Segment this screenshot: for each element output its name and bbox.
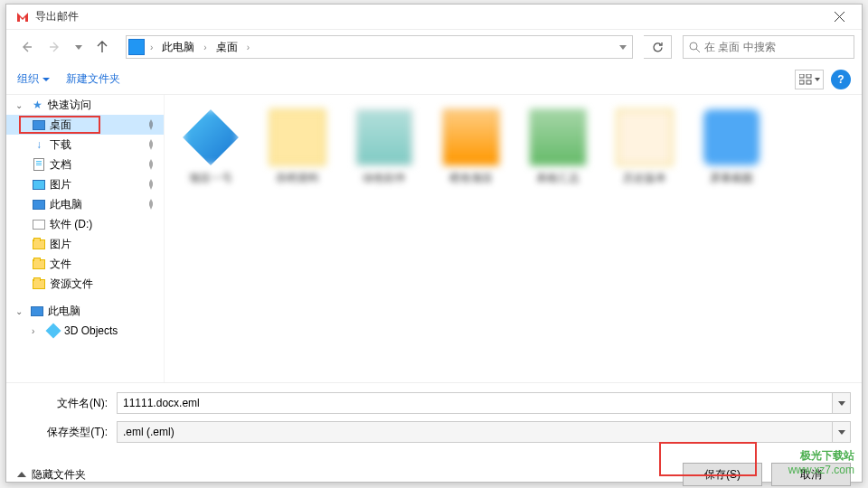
search-box[interactable] [683, 35, 854, 59]
folder-icon [443, 109, 499, 165]
sidebar-item-folder[interactable]: 资源文件 [6, 274, 164, 294]
filename-input[interactable] [117, 392, 833, 414]
file-label: 屏幕截图 [710, 171, 753, 198]
form-area: 文件名(N): 保存类型(T): .eml (.eml) [6, 382, 862, 455]
file-label: 橙色项目 [449, 171, 493, 198]
file-item[interactable]: 橙色项目 [436, 106, 506, 202]
file-label: 历史版本 [623, 171, 666, 198]
refresh-button[interactable] [644, 34, 671, 60]
star-icon: ★ [30, 98, 44, 112]
sidebar-item-label: 资源文件 [50, 277, 93, 292]
file-item[interactable]: 历史版本 [609, 106, 680, 202]
organize-menu[interactable]: 组织 [17, 71, 50, 87]
folder-icon [617, 109, 673, 165]
picture-icon [32, 177, 46, 192]
view-mode-button[interactable] [795, 70, 824, 89]
sidebar-item-folder[interactable]: 图片 [6, 234, 164, 254]
close-icon [835, 12, 844, 22]
sidebar-item-desktop[interactable]: 桌面 [6, 115, 164, 135]
nav-bar: › 此电脑 › 桌面 › [6, 30, 862, 64]
sidebar-item-folder[interactable]: 文件 [6, 254, 164, 274]
disk-icon [32, 217, 46, 231]
monitor-icon [32, 117, 46, 132]
sidebar-item-label: 文件 [50, 257, 71, 272]
search-input[interactable] [704, 41, 848, 53]
up-button[interactable] [90, 34, 115, 60]
chevron-down-icon [838, 430, 845, 435]
file-label: 项目一号 [189, 171, 232, 198]
file-label: 存档资料 [276, 171, 319, 198]
save-button[interactable]: 保存(S) [683, 463, 762, 486]
quick-access-node[interactable]: ⌄ ★ 快速访问 [6, 95, 164, 115]
file-item[interactable]: 屏幕截图 [696, 106, 767, 202]
arrow-left-icon [20, 41, 33, 53]
file-item[interactable]: 存档资料 [262, 106, 333, 202]
svg-rect-3 [799, 80, 804, 84]
sidebar-item-disk-d[interactable]: 软件 (D:) [6, 214, 164, 234]
forward-button[interactable] [42, 34, 68, 60]
quick-access-label: 快速访问 [48, 98, 91, 113]
window-title: 导出邮件 [35, 9, 820, 24]
file-list[interactable]: 项目一号 存档资料 绿色软件 橙色项目 表格汇总 历史版本 屏幕截图 [165, 95, 862, 382]
filename-dropdown[interactable] [833, 392, 851, 414]
arrow-up-icon [96, 41, 108, 53]
svg-rect-4 [807, 80, 811, 84]
pc-icon [30, 304, 44, 318]
file-thumb-icon [183, 109, 239, 165]
help-button[interactable]: ? [831, 70, 851, 89]
back-button[interactable] [14, 34, 39, 60]
document-icon [32, 157, 46, 172]
pc-icon [32, 197, 46, 211]
file-item[interactable]: 项目一号 [175, 106, 246, 202]
chevron-right-icon: › [148, 42, 155, 52]
path-dropdown[interactable] [614, 45, 632, 50]
sidebar-item-pictures[interactable]: 图片 [6, 174, 164, 194]
sidebar-item-documents[interactable]: 文档 [6, 155, 164, 174]
folder-icon [269, 109, 326, 165]
folder-icon [356, 109, 412, 165]
file-item[interactable]: 表格汇总 [523, 106, 593, 202]
chevron-down-icon: ⌄ [15, 306, 26, 316]
refresh-icon [652, 42, 664, 53]
chevron-down-icon [838, 401, 845, 406]
sidebar-item-downloads[interactable]: ↓ 下载 [6, 135, 164, 155]
address-bar[interactable]: › 此电脑 › 桌面 › [126, 35, 633, 59]
arrow-right-icon [49, 41, 61, 53]
sidebar-item-3d-objects[interactable]: › 3D Objects [6, 321, 164, 341]
file-label: 绿色软件 [363, 171, 406, 198]
chevron-down-icon [75, 45, 82, 50]
sidebar-item-label: 图片 [50, 237, 71, 252]
toolbar: 组织 新建文件夹 ? [6, 64, 862, 95]
hide-folders-label: 隐藏文件夹 [32, 467, 86, 483]
sidebar-item-label: 软件 (D:) [50, 217, 92, 232]
this-pc-node[interactable]: ⌄ 此电脑 [6, 301, 164, 321]
file-label: 表格汇总 [536, 171, 580, 198]
hide-folders-toggle[interactable]: 隐藏文件夹 [17, 467, 86, 483]
filetype-value: .eml (.eml) [123, 426, 175, 438]
cube-icon [46, 324, 61, 338]
chevron-right-icon: › [32, 326, 42, 336]
chevron-right-icon: › [202, 42, 208, 52]
path-segment-pc[interactable]: 此电脑 [155, 36, 202, 58]
chevron-down-icon [619, 45, 627, 50]
chevron-down-icon: ⌄ [15, 100, 26, 110]
sidebar-item-label: 图片 [50, 177, 71, 192]
svg-rect-2 [807, 74, 811, 78]
search-icon [689, 42, 701, 53]
filetype-dropdown[interactable] [833, 421, 851, 443]
file-item[interactable]: 绿色软件 [349, 106, 420, 202]
path-segment-desktop[interactable]: 桌面 [209, 36, 245, 58]
footer: 隐藏文件夹 保存(S) 取消 [6, 455, 862, 488]
folder-icon [530, 109, 586, 165]
close-button[interactable] [820, 5, 858, 29]
svg-point-0 [690, 42, 697, 50]
cancel-button[interactable]: 取消 [771, 463, 851, 486]
this-pc-label: 此电脑 [48, 304, 80, 319]
sidebar-item-label: 此电脑 [50, 197, 82, 212]
history-dropdown[interactable] [71, 45, 86, 50]
sidebar-item-this-pc[interactable]: 此电脑 [6, 194, 164, 214]
new-folder-button[interactable]: 新建文件夹 [66, 71, 120, 87]
pin-icon [146, 199, 156, 210]
filename-label: 文件名(N): [17, 396, 117, 411]
filetype-select[interactable]: .eml (.eml) [117, 421, 833, 443]
